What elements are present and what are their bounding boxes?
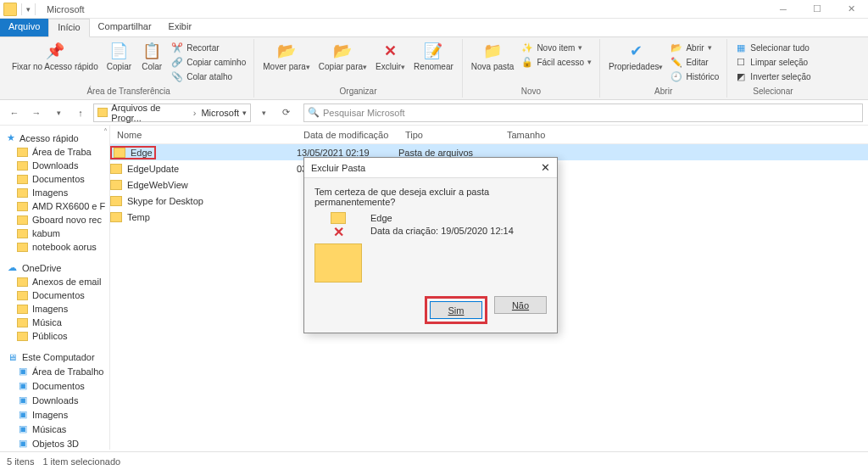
folder-icon xyxy=(331,212,346,224)
search-input[interactable]: 🔍 Pesquisar Microsoft xyxy=(303,104,863,122)
nav-up-button[interactable]: ↑ xyxy=(71,104,90,122)
window-title: Microsoft xyxy=(42,4,85,14)
sidebar-item[interactable]: kabum xyxy=(7,227,109,240)
new-folder-button[interactable]: 📁Nova pasta xyxy=(468,39,518,73)
highlight-box: Sim xyxy=(425,296,487,324)
folder-icon xyxy=(97,108,108,117)
sidebar-item[interactable]: ▣Downloads xyxy=(7,393,109,407)
folder-icon xyxy=(110,164,122,174)
sidebar-item[interactable]: Anexos de email xyxy=(7,275,109,288)
sidebar-item[interactable]: Gboard novo rec xyxy=(7,213,109,227)
column-headers[interactable]: Nome Data de modificação Tipo Tamanho xyxy=(110,126,868,144)
nav-recent-button[interactable]: ▾ xyxy=(49,104,68,122)
breadcrumb-1[interactable]: Arquivos de Progr... xyxy=(111,103,187,123)
properties-button[interactable]: ✔︎Propriedades▾ xyxy=(605,39,666,74)
dialog-no-button[interactable]: Não xyxy=(494,296,547,314)
sidebar-quick-access[interactable]: ★Acesso rápido xyxy=(7,131,109,145)
col-name[interactable]: Nome xyxy=(110,130,297,140)
qat-down-icon[interactable]: ▾ xyxy=(26,5,31,14)
folder-icon xyxy=(114,148,125,158)
move-to-button[interactable]: 📂Mover para▾ xyxy=(259,39,314,74)
sidebar-item[interactable]: Documentos xyxy=(7,172,109,186)
address-history-button[interactable]: ▾ xyxy=(254,104,273,122)
sidebar-item[interactable]: Música xyxy=(7,316,109,329)
cut-button[interactable]: ✂️Recortar xyxy=(169,41,248,54)
tab-file[interactable]: Arquivo xyxy=(0,19,48,36)
open-button[interactable]: 📂Abrir▾ xyxy=(668,41,721,54)
address-dropdown-icon[interactable]: ▾ xyxy=(242,109,247,117)
nav-back-button[interactable]: ← xyxy=(5,104,24,122)
sidebar-item[interactable]: ▣Objetos 3D xyxy=(7,436,109,450)
col-date[interactable]: Data de modificação xyxy=(297,130,398,140)
group-select-label: Selecionar xyxy=(753,87,793,98)
sidebar-this-pc[interactable]: 🖥Este Computador xyxy=(7,350,109,364)
select-none-button[interactable]: ☐Limpar seleção xyxy=(732,55,813,69)
dialog-yes-button[interactable]: Sim xyxy=(430,301,482,319)
refresh-button[interactable]: ⟳ xyxy=(276,104,295,122)
sidebar-item[interactable]: Documentos xyxy=(7,288,109,302)
rename-button[interactable]: 📝Renomear xyxy=(410,39,457,73)
col-size[interactable]: Tamanho xyxy=(500,130,576,140)
breadcrumb-2[interactable]: Microsoft xyxy=(201,108,239,118)
delete-button[interactable]: ✕Excluir▾ xyxy=(372,39,409,74)
status-selected: 1 item selecionado xyxy=(42,456,120,467)
nav-forward-button[interactable]: → xyxy=(27,104,46,122)
status-bar: 5 itens 1 item selecionado xyxy=(0,451,868,470)
col-type[interactable]: Tipo xyxy=(398,130,500,140)
dialog-item-name: Edge xyxy=(370,212,514,225)
sidebar-item[interactable]: Downloads xyxy=(7,159,109,172)
ribbon: 📌Fixar no Acesso rápido 📄Copiar 📋Colar ✂… xyxy=(0,37,868,100)
folder-icon xyxy=(3,3,17,16)
copy-to-button[interactable]: 📂Copiar para▾ xyxy=(315,39,370,74)
group-new-label: Novo xyxy=(521,87,541,98)
paste-shortcut-button[interactable]: 📎Colar atalho xyxy=(169,70,248,83)
address-bar: ← → ▾ ↑ Arquivos de Progr... › Microsoft… xyxy=(0,100,868,126)
chevron-up-icon[interactable]: ˄ xyxy=(103,127,108,137)
paste-button[interactable]: 📋Colar xyxy=(136,39,167,73)
delete-folder-dialog: Excluir Pasta ✕ Tem certeza de que desej… xyxy=(303,157,558,333)
group-clipboard-label: Área de Transferência xyxy=(86,87,170,98)
sidebar-item[interactable]: ▣Músicas xyxy=(7,422,109,436)
dialog-message: Tem certeza de que deseja excluir a past… xyxy=(314,187,547,207)
search-icon: 🔍 xyxy=(308,107,320,118)
sidebar-item[interactable]: ▣Documentos xyxy=(7,378,109,393)
copy-path-button[interactable]: 🔗Copiar caminho xyxy=(169,55,248,69)
status-count: 5 itens xyxy=(7,456,34,467)
dialog-title: Excluir Pasta xyxy=(311,163,365,173)
group-organize-label: Organizar xyxy=(340,87,377,98)
folder-large-icon xyxy=(314,243,362,283)
new-item-button[interactable]: ✨Novo item▾ xyxy=(519,41,594,54)
copy-button[interactable]: 📄Copiar xyxy=(103,39,135,73)
search-placeholder: Pesquisar Microsoft xyxy=(323,108,405,118)
nav-sidebar: ˄ ★Acesso rápido Área de TrabaDownloadsD… xyxy=(0,126,110,450)
sidebar-item[interactable]: Área de Traba xyxy=(7,145,109,159)
sidebar-item[interactable]: Imagens xyxy=(7,186,109,199)
delete-x-icon: ✕ xyxy=(333,224,344,240)
titlebar: ▾ Microsoft ─ ☐ ✕ xyxy=(0,0,868,19)
dialog-close-button[interactable]: ✕ xyxy=(541,161,550,174)
address-box[interactable]: Arquivos de Progr... › Microsoft ▾ xyxy=(93,104,251,122)
sidebar-item[interactable]: ▣Imagens xyxy=(7,407,109,422)
sidebar-item[interactable]: Imagens xyxy=(7,302,109,316)
folder-icon xyxy=(110,180,122,190)
folder-icon xyxy=(110,196,122,206)
sidebar-item[interactable]: Públicos xyxy=(7,329,109,343)
maximize-button[interactable]: ☐ xyxy=(800,0,834,19)
minimize-button[interactable]: ─ xyxy=(766,0,800,19)
tab-home[interactable]: Início xyxy=(48,19,89,37)
folder-icon xyxy=(110,212,122,222)
sidebar-item[interactable]: AMD RX6600 e F xyxy=(7,199,109,213)
sidebar-item[interactable]: ▣Área de Trabalho xyxy=(7,364,109,378)
tab-view[interactable]: Exibir xyxy=(160,19,201,36)
easy-access-button[interactable]: 🔓Fácil acesso▾ xyxy=(519,55,594,69)
close-button[interactable]: ✕ xyxy=(834,0,868,19)
pin-button[interactable]: 📌Fixar no Acesso rápido xyxy=(8,39,102,73)
history-button[interactable]: 🕘Histórico xyxy=(668,70,721,83)
sidebar-onedrive[interactable]: ☁OneDrive xyxy=(7,260,109,275)
highlight-box: Edge xyxy=(110,146,156,159)
tab-share[interactable]: Compartilhar xyxy=(90,19,160,36)
invert-selection-button[interactable]: ◩Inverter seleção xyxy=(732,70,813,83)
select-all-button[interactable]: ▦Selecionar tudo xyxy=(732,41,813,54)
edit-button[interactable]: ✏️Editar xyxy=(668,55,721,69)
sidebar-item[interactable]: notebook aorus xyxy=(7,240,109,254)
